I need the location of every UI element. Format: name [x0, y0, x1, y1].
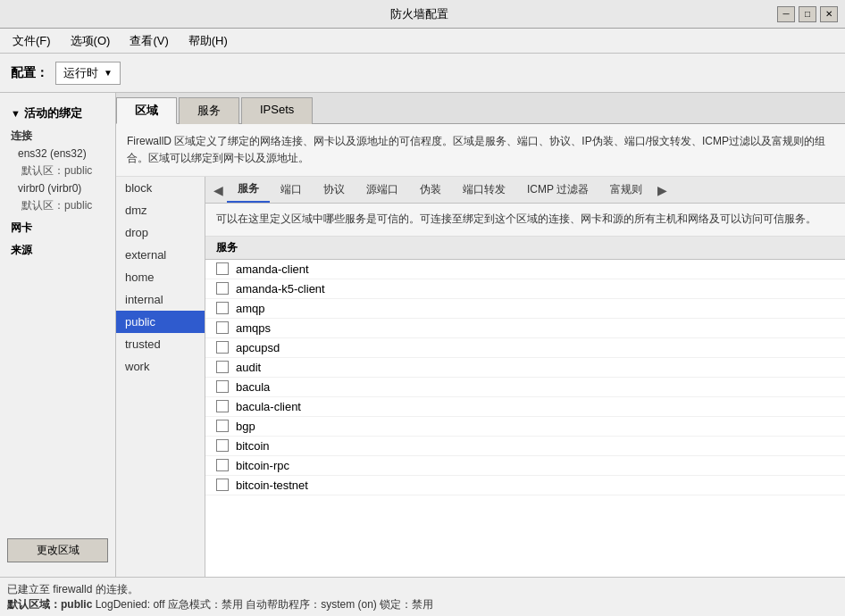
status-zone-value: public	[61, 598, 92, 611]
minimize-button[interactable]: ─	[777, 6, 795, 22]
zone-work[interactable]: work	[116, 355, 205, 378]
close-button[interactable]: ✕	[820, 6, 838, 22]
status-zone-prefix: 默认区域：	[7, 598, 61, 611]
service-checkbox-amqp[interactable]	[216, 302, 229, 314]
service-checkbox-apcupsd[interactable]	[216, 341, 229, 354]
sub-tab-port-forward[interactable]: 端口转发	[452, 178, 516, 202]
menu-bar: 文件(F) 选项(O) 查看(V) 帮助(H)	[0, 29, 845, 54]
service-name-bacula-client: bacula-client	[236, 400, 301, 413]
service-checkbox-amqps[interactable]	[216, 321, 229, 334]
service-row: amqp	[205, 299, 845, 319]
config-label: 配置：	[11, 65, 48, 81]
service-name-bitcoin-rpc: bitcoin-rpc	[236, 459, 289, 472]
tab-service[interactable]: 服务	[179, 97, 239, 124]
zone-internal[interactable]: internal	[116, 288, 205, 311]
connection-virbr0: virbr0 (virbr0)	[0, 180, 115, 196]
service-name-bacula: bacula	[236, 380, 270, 394]
services-description: 可以在这里定义区域中哪些服务是可信的。可连接至绑定到这个区域的连接、网卡和源的所…	[205, 204, 845, 236]
config-dropdown[interactable]: 运行时 ▼	[55, 62, 121, 85]
service-name-bitcoin-testnet: bitcoin-testnet	[236, 479, 308, 492]
sub-tab-icmp-filter[interactable]: ICMP 过滤器	[516, 178, 599, 202]
service-row: apcupsd	[205, 338, 845, 358]
active-bindings-label: 活动的绑定	[24, 105, 82, 121]
sub-tabs-right-arrow[interactable]: ▶	[653, 183, 671, 197]
zone-description: FirewallD 区域定义了绑定的网络连接、网卡以及源地址的可信程度。区域是服…	[116, 124, 845, 177]
connection-section-title: 连接	[0, 125, 115, 146]
connection-ens32: ens32 (ens32)	[0, 146, 115, 162]
service-name-apcupsd: apcupsd	[236, 341, 280, 354]
sub-tab-protocols[interactable]: 协议	[313, 178, 356, 202]
zone-external[interactable]: external	[116, 244, 205, 266]
sub-tab-rich-rules[interactable]: 富规则	[599, 178, 653, 202]
menu-view[interactable]: 查看(V)	[121, 29, 177, 53]
change-zone-button[interactable]: 更改区域	[7, 538, 108, 562]
service-checkbox-bacula[interactable]	[216, 380, 229, 393]
network-card-section: 网卡	[0, 215, 115, 237]
service-row: amanda-k5-client	[205, 279, 845, 299]
main-content: ▼ 活动的绑定 连接 ens32 (ens32) 默认区：public virb…	[0, 93, 845, 577]
services-column-header: 服务	[216, 240, 238, 255]
toolbar: 配置： 运行时 ▼	[0, 54, 845, 93]
service-row: audit	[205, 358, 845, 378]
service-checkbox-bitcoin-testnet[interactable]	[216, 479, 229, 491]
tabs: 区域 服务 IPSets	[116, 93, 845, 124]
sub-tabs: ◀ 服务 端口 协议 源端口 伪装 端口转发 ICMP 过滤器 富规则 ▶	[205, 177, 845, 204]
services-table-header: 服务	[205, 237, 845, 260]
zone-trusted[interactable]: trusted	[116, 333, 205, 355]
title-bar: 防火墙配置 ─ □ ✕	[0, 0, 845, 29]
service-row: bgp	[205, 417, 845, 437]
zone-services: block dmz drop external home internal pu…	[116, 177, 845, 577]
sub-tab-ports[interactable]: 端口	[270, 178, 313, 202]
menu-file[interactable]: 文件(F)	[4, 29, 60, 53]
zone-public[interactable]: public	[116, 311, 205, 333]
maximize-button[interactable]: □	[799, 6, 816, 22]
tab-zone[interactable]: 区域	[116, 97, 177, 124]
service-checkbox-amanda-k5-client[interactable]	[216, 282, 229, 295]
sidebar-bottom: 更改区域	[0, 531, 115, 570]
menu-help[interactable]: 帮助(H)	[180, 29, 237, 53]
service-row: bacula-client	[205, 397, 845, 417]
service-checkbox-bacula-client[interactable]	[216, 400, 229, 412]
zone-block[interactable]: block	[116, 177, 205, 199]
zone-drop[interactable]: drop	[116, 221, 205, 244]
menu-options[interactable]: 选项(O)	[62, 29, 120, 53]
zone-dmz[interactable]: dmz	[116, 199, 205, 221]
connection-ens32-default: 默认区：public	[0, 162, 115, 180]
sub-tab-services[interactable]: 服务	[227, 177, 270, 203]
sub-tabs-left-arrow[interactable]: ◀	[209, 183, 227, 197]
sidebar: ▼ 活动的绑定 连接 ens32 (ens32) 默认区：public virb…	[0, 93, 116, 577]
status-line2: 默认区域：public LogDenied: off 应急模式：禁用 自动帮助程…	[7, 597, 838, 612]
connection-virbr0-default: 默认区：public	[0, 196, 115, 215]
right-area: 区域 服务 IPSets FirewallD 区域定义了绑定的网络连接、网卡以及…	[116, 93, 845, 577]
window-controls: ─ □ ✕	[777, 6, 838, 22]
service-row: bitcoin	[205, 437, 845, 456]
status-rest: LogDenied: off 应急模式：禁用 自动帮助程序：system (on…	[92, 598, 433, 611]
service-checkbox-bgp[interactable]	[216, 420, 229, 432]
service-name-amqp: amqp	[236, 302, 265, 315]
service-name-amqps: amqps	[236, 321, 271, 335]
service-row: bitcoin-testnet	[205, 476, 845, 495]
sub-tab-source-ports[interactable]: 源端口	[356, 178, 409, 202]
status-line1: 已建立至 firewalld 的连接。	[7, 582, 838, 597]
service-row: bacula	[205, 378, 845, 397]
services-panel: ◀ 服务 端口 协议 源端口 伪装 端口转发 ICMP 过滤器 富规则 ▶ 可以…	[205, 177, 845, 577]
service-name-bitcoin: bitcoin	[236, 439, 270, 453]
window-title: 防火墙配置	[61, 6, 777, 22]
service-checkbox-audit[interactable]	[216, 361, 229, 373]
zone-list: block dmz drop external home internal pu…	[116, 177, 205, 577]
service-checkbox-amanda-client[interactable]	[216, 262, 229, 275]
service-row: bitcoin-rpc	[205, 456, 845, 476]
service-row: amanda-client	[205, 260, 845, 279]
config-value: 运行时	[63, 65, 98, 81]
service-name-amanda-k5-client: amanda-k5-client	[236, 282, 325, 296]
service-name-bgp: bgp	[236, 420, 255, 433]
service-row: amqps	[205, 319, 845, 338]
dropdown-arrow-icon: ▼	[104, 68, 113, 78]
zone-home[interactable]: home	[116, 266, 205, 288]
service-checkbox-bitcoin-rpc[interactable]	[216, 459, 229, 471]
sub-tab-masquerade[interactable]: 伪装	[409, 178, 452, 202]
service-checkbox-bitcoin[interactable]	[216, 439, 229, 452]
tab-ipsets[interactable]: IPSets	[241, 97, 313, 124]
status-bar: 已建立至 firewalld 的连接。 默认区域：public LogDenie…	[0, 577, 845, 616]
services-table: 服务 amanda-client amanda-k5-client amqp	[205, 237, 845, 577]
